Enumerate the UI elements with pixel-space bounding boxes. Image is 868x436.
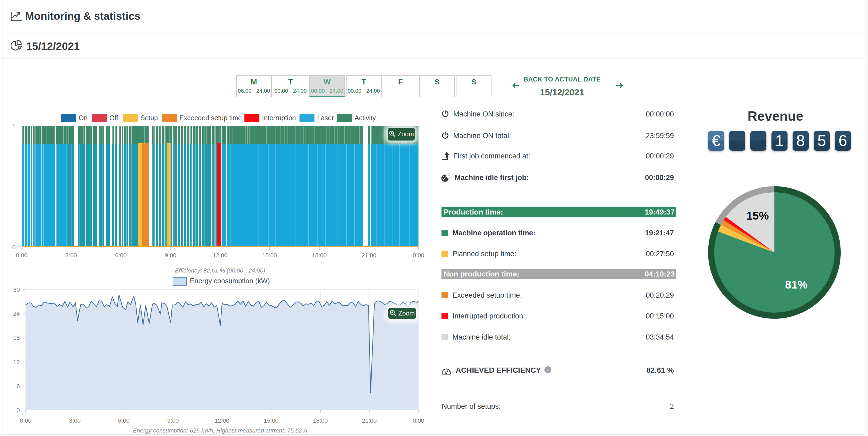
svg-text:21:00: 21:00: [362, 252, 376, 259]
svg-text:12:00: 12:00: [214, 417, 229, 424]
svg-text:z: z: [451, 175, 452, 178]
svg-text:24: 24: [13, 310, 20, 317]
svg-text:21:00: 21:00: [362, 417, 376, 424]
svg-text:6:00: 6:00: [118, 417, 130, 424]
svg-text:12: 12: [13, 359, 20, 366]
svg-text:3:00: 3:00: [65, 252, 77, 259]
svg-text:Efficiency: 82.61 % (00:00 - 2: Efficiency: 82.61 % (00:00 - 24:00): [175, 267, 265, 274]
svg-text:Energy consumption (kW): Energy consumption (kW): [190, 277, 270, 285]
svg-text:Activity: Activity: [354, 114, 376, 122]
svg-text:Exceeded setup time: Exceeded setup time: [180, 114, 242, 122]
svg-text:12:00: 12:00: [213, 252, 227, 259]
svg-text:3:00: 3:00: [69, 417, 81, 424]
svg-text:15:00: 15:00: [262, 252, 277, 259]
svg-text:1: 1: [12, 123, 16, 130]
svg-text:6: 6: [17, 383, 20, 390]
svg-text:9:00: 9:00: [167, 417, 179, 424]
svg-text:18: 18: [13, 334, 20, 341]
svg-text:18:00: 18:00: [312, 252, 327, 259]
svg-text:15:00: 15:00: [264, 417, 278, 424]
svg-text:On: On: [79, 114, 88, 122]
svg-text:0:00: 0:00: [20, 417, 32, 424]
svg-text:Laser: Laser: [317, 114, 334, 122]
svg-text:15%: 15%: [746, 209, 769, 222]
svg-text:Off: Off: [110, 114, 118, 122]
svg-text:30: 30: [13, 287, 20, 293]
svg-text:0:00: 0:00: [413, 252, 424, 259]
svg-text:6:00: 6:00: [115, 252, 127, 259]
svg-text:Z: Z: [448, 176, 450, 180]
svg-text:18:00: 18:00: [313, 417, 328, 424]
svg-text:Interruption: Interruption: [262, 114, 296, 122]
svg-text:0: 0: [12, 244, 16, 250]
svg-text:81%: 81%: [785, 278, 808, 291]
svg-text:Setup: Setup: [141, 114, 158, 122]
svg-text:Energy consumption: 626 kWh, H: Energy consumption: 626 kWh, Highest mea…: [133, 427, 307, 434]
svg-text:0: 0: [17, 407, 20, 413]
svg-text:0:00: 0:00: [413, 417, 424, 424]
svg-text:9:00: 9:00: [165, 252, 177, 259]
svg-text:0:00: 0:00: [16, 252, 28, 259]
